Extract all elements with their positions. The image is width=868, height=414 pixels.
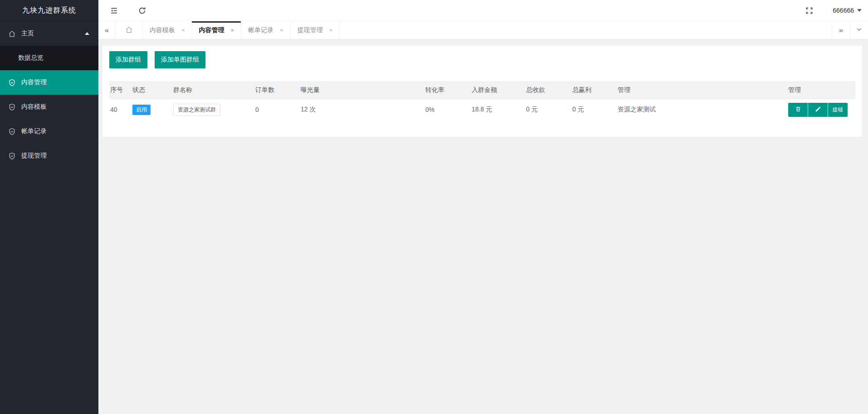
sidebar-nav: 主页 数据总览 内容管理 内容模板 [0,21,98,168]
sidebar-item-withdraw-manage[interactable]: 提现管理 [0,144,98,168]
username: 666666 [833,7,854,14]
col-total-received: 总收款 [525,81,571,99]
edit-button[interactable] [808,103,828,117]
cell-join-amount: 18.8 元 [471,99,525,120]
sidebar-item-label: 内容管理 [21,78,47,87]
topbar: 666666 [98,0,868,21]
content-card: 添加群组 添加单图群组 序号 状态 群名称 订单数 曝光量 转化率 入群金额 总… [102,46,862,137]
close-icon[interactable]: × [181,27,185,33]
col-join-amount: 入群金额 [471,81,525,99]
cell-index: 40 [109,99,132,120]
collapse-sidebar-icon[interactable] [109,6,118,15]
sidebar-item-label: 数据总览 [18,54,44,62]
pencil-icon [815,106,821,114]
home-icon [8,30,16,38]
cell-manager: 资源之家测试 [617,99,787,120]
delete-button[interactable] [788,103,808,117]
group-name-tag: 资源之家测试群 [173,104,220,116]
cell-conversion-rate: 0% [424,99,471,120]
tab-label: 内容模板 [150,26,175,34]
chevron-up-icon [85,32,89,35]
close-icon[interactable]: × [231,27,234,33]
groups-table: 序号 状态 群名称 订单数 曝光量 转化率 入群金额 总收款 总赢利 管理 管理… [109,81,855,120]
tab-billing-records[interactable]: 帐单记录 × [241,21,291,39]
caret-down-icon [857,9,862,12]
tab-content-template[interactable]: 内容模板 × [143,21,192,39]
add-group-button[interactable]: 添加群组 [109,51,147,68]
extract-link-button[interactable]: 提链 [828,103,848,117]
cell-total-received: 0 元 [525,99,571,120]
cell-actions: 提链 [787,99,855,120]
sidebar-item-content-manage[interactable]: 内容管理 [0,70,98,95]
app-title: 九块九进群系统 [0,0,98,21]
close-icon[interactable]: × [280,27,283,33]
status-badge: 启用 [132,105,151,115]
main-content: 添加群组 添加单图群组 序号 状态 群名称 订单数 曝光量 转化率 入群金额 总… [98,39,868,414]
shield-check-icon [8,128,16,135]
row-action-group: 提链 [788,103,848,117]
shield-check-icon [8,79,16,87]
cell-total-profit: 0 元 [571,99,617,120]
col-actions: 管理 [787,81,855,99]
shield-check-icon [8,103,16,111]
cell-order-count: 0 [254,99,300,120]
tab-content-manage[interactable]: 内容管理 × [192,21,242,39]
shield-check-icon [8,152,16,160]
col-index: 序号 [109,81,132,99]
col-manager: 管理 [617,81,787,99]
refresh-icon[interactable] [137,6,146,15]
tab-label: 提现管理 [297,26,323,34]
double-chevron-left-icon: « [105,26,109,35]
sidebar-item-label: 帐单记录 [21,127,47,135]
trash-icon [795,106,801,114]
col-group-name: 群名称 [172,81,254,99]
tab-label: 帐单记录 [248,26,273,34]
sidebar-item-label: 内容模板 [21,103,47,111]
col-order-count: 订单数 [254,81,300,99]
col-exposure: 曝光量 [300,81,424,99]
cell-group-name: 资源之家测试群 [172,99,254,120]
tabbar: « 内容模板 × 内容管理 × 帐单记录 × 提现管理 × » [98,21,868,39]
add-single-image-group-button[interactable]: 添加单图群组 [155,51,205,68]
tab-label: 内容管理 [199,26,224,34]
sidebar-item-data-overview[interactable]: 数据总览 [0,46,98,70]
home-icon [125,26,133,35]
fullscreen-icon[interactable] [805,6,814,15]
tabs-scroll-right-button[interactable]: » [832,21,850,39]
tabs-scroll-left-button[interactable]: « [98,21,116,39]
sidebar-item-home[interactable]: 主页 [0,21,98,46]
col-total-profit: 总赢利 [571,81,617,99]
sidebar: 九块九进群系统 主页 数据总览 内容管理 [0,0,98,414]
sidebar-item-billing-records[interactable]: 帐单记录 [0,119,98,144]
double-chevron-right-icon: » [839,26,843,35]
tab-home[interactable] [116,21,143,39]
close-icon[interactable]: × [329,27,333,33]
sidebar-item-label: 主页 [21,29,34,38]
chevron-down-icon [856,26,863,35]
table-header-row: 序号 状态 群名称 订单数 曝光量 转化率 入群金额 总收款 总赢利 管理 管理 [109,81,855,99]
table-row: 40 启用 资源之家测试群 0 12 次 0% 18.8 元 0 元 0 元 资… [109,99,855,120]
sidebar-item-label: 提现管理 [21,152,47,160]
col-conversion-rate: 转化率 [424,81,471,99]
user-menu[interactable]: 666666 [833,7,862,14]
cell-status: 启用 [132,99,172,120]
tabs-menu-button[interactable] [850,21,868,39]
tab-withdraw-manage[interactable]: 提现管理 × [291,21,340,39]
cell-exposure: 12 次 [300,99,424,120]
sidebar-item-content-template[interactable]: 内容模板 [0,95,98,119]
col-status: 状态 [132,81,172,99]
